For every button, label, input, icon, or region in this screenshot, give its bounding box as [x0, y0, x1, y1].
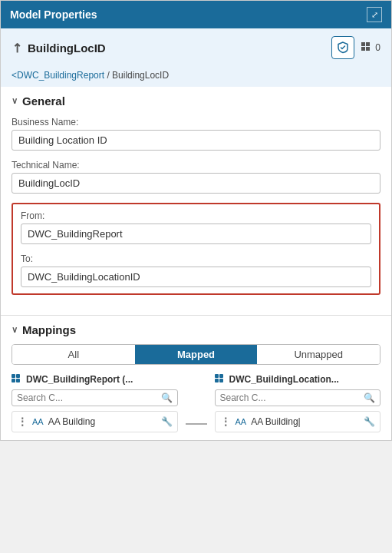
connector-area	[186, 374, 207, 432]
from-group: From:	[21, 210, 371, 244]
svg-rect-10	[215, 379, 219, 382]
svg-rect-0	[361, 42, 365, 46]
grid-icon	[361, 41, 373, 54]
technical-name-input[interactable]	[12, 173, 380, 194]
entity-arrow-icon: ↗	[8, 39, 25, 57]
panel-title: Model Properties	[10, 8, 97, 21]
general-section: ∨ General Business Name: Technical Name:…	[1, 87, 391, 315]
panel-header: Model Properties ⤢	[1, 1, 391, 28]
right-search-input[interactable]	[220, 392, 361, 403]
right-mapping-item: ⋮ AA AA Building| 🔧	[215, 411, 381, 432]
entity-name: ↗ BuildingLocID	[12, 41, 106, 55]
svg-rect-1	[366, 42, 370, 46]
right-col-title: DWC_BuildingLocation...	[229, 374, 339, 385]
shield-icon	[337, 41, 349, 54]
breadcrumb-current: BuildingLocID	[112, 70, 169, 81]
left-mapping-item: ⋮ AA AA Building 🔧	[12, 411, 178, 432]
left-item-dots[interactable]: ⋮	[17, 416, 28, 428]
left-search-row: 🔍	[12, 389, 178, 406]
right-aa-icon: AA	[236, 417, 247, 426]
mappings-section: ∨ Mappings All Mapped Unmapped DWC_Bu	[1, 316, 391, 440]
svg-rect-9	[219, 374, 223, 378]
breadcrumb-parent[interactable]: <DWC_BuildingReport	[12, 70, 104, 81]
tab-unmapped[interactable]: Unmapped	[257, 345, 380, 364]
entity-row: ↗ BuildingLocID 0	[1, 28, 391, 67]
svg-rect-8	[215, 374, 219, 378]
technical-name-group: Technical Name:	[12, 160, 380, 194]
mappings-chevron-icon: ∨	[12, 325, 18, 335]
grid-count-button[interactable]: 0	[361, 41, 380, 54]
general-chevron-icon: ∨	[12, 96, 18, 106]
connector-line	[186, 423, 207, 425]
left-col-header: DWC_BuildingReport (...	[12, 374, 178, 385]
entity-actions: 0	[331, 36, 380, 59]
to-group: To:	[21, 253, 371, 287]
business-name-group: Business Name:	[12, 117, 380, 151]
mapping-columns: DWC_BuildingReport (... 🔍 ⇅ ⋮ AA AA Buil…	[12, 374, 380, 432]
svg-rect-11	[219, 379, 223, 382]
svg-rect-3	[366, 47, 370, 51]
svg-rect-5	[16, 374, 20, 378]
right-item-dots[interactable]: ⋮	[220, 416, 231, 428]
general-section-header[interactable]: ∨ General	[12, 94, 380, 108]
right-wrench-icon[interactable]: 🔧	[364, 416, 375, 427]
tab-mapped[interactable]: Mapped	[135, 345, 258, 364]
svg-rect-2	[361, 47, 365, 51]
from-label: From:	[21, 210, 371, 221]
left-aa-icon: AA	[32, 417, 44, 426]
tab-all[interactable]: All	[12, 345, 135, 364]
general-label: General	[22, 94, 65, 108]
shield-button[interactable]	[331, 36, 354, 59]
business-name-label: Business Name:	[12, 117, 380, 127]
breadcrumb: <DWC_BuildingReport / BuildingLocID	[1, 67, 391, 87]
to-input[interactable]	[21, 267, 371, 287]
right-search-row: 🔍	[215, 389, 381, 406]
svg-rect-4	[12, 374, 15, 378]
left-col-title: DWC_BuildingReport (...	[26, 374, 133, 385]
svg-rect-7	[16, 379, 20, 382]
left-grid-icon	[12, 374, 22, 385]
model-properties-panel: Model Properties ⤢ ↗ BuildingLocID	[0, 0, 392, 441]
from-to-box: From: To:	[12, 203, 380, 295]
entity-label: BuildingLocID	[28, 41, 106, 55]
from-input[interactable]	[21, 224, 371, 244]
to-label: To:	[21, 253, 371, 264]
mappings-label: Mappings	[22, 323, 76, 336]
right-grid-icon	[215, 374, 226, 385]
left-mapping-col: DWC_BuildingReport (... 🔍 ⇅ ⋮ AA AA Buil…	[12, 374, 178, 432]
left-search-icon: 🔍	[161, 392, 173, 403]
left-wrench-icon[interactable]: 🔧	[161, 416, 173, 427]
business-name-input[interactable]	[12, 130, 380, 151]
technical-name-label: Technical Name:	[12, 160, 380, 171]
breadcrumb-separator: /	[104, 70, 112, 81]
right-search-icon: 🔍	[364, 392, 375, 403]
svg-rect-6	[12, 379, 15, 382]
expand-button[interactable]: ⤢	[367, 7, 382, 22]
right-item-label: AA Building|	[251, 416, 301, 427]
left-item-label: AA Building	[48, 416, 95, 427]
right-col-header: DWC_BuildingLocation...	[215, 374, 381, 385]
mappings-header[interactable]: ∨ Mappings	[12, 323, 380, 336]
mappings-tab-bar: All Mapped Unmapped	[12, 344, 380, 365]
right-mapping-col: DWC_BuildingLocation... 🔍 ⇅ ⋮ AA AA Buil…	[215, 374, 381, 432]
grid-count: 0	[375, 42, 380, 53]
left-search-input[interactable]	[17, 392, 158, 403]
